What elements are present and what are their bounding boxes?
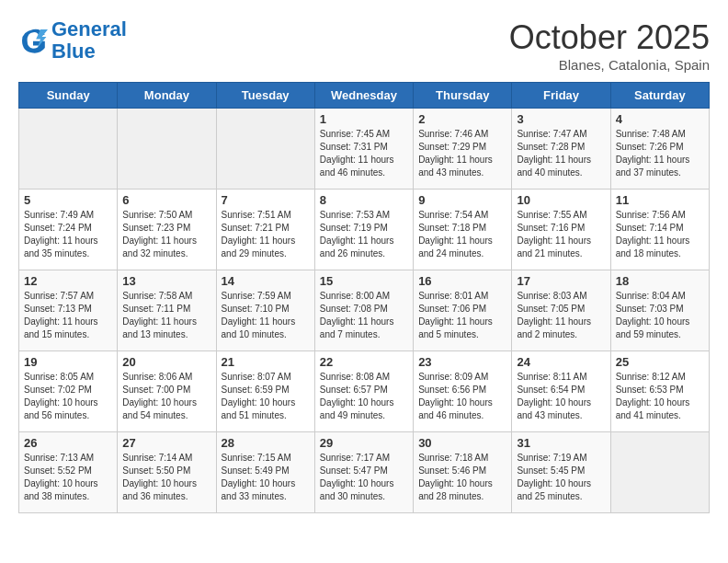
day-number: 30 xyxy=(418,436,506,450)
calendar-cell: 5Sunrise: 7:49 AM Sunset: 7:24 PM Daylig… xyxy=(19,190,118,270)
day-info: Sunrise: 7:51 AM Sunset: 7:21 PM Dayligh… xyxy=(222,209,310,260)
calendar-table: Sunday Monday Tuesday Wednesday Thursday… xyxy=(18,82,710,513)
day-info: Sunrise: 7:54 AM Sunset: 7:18 PM Dayligh… xyxy=(418,209,506,260)
calendar-week-1: 1Sunrise: 7:45 AM Sunset: 7:31 PM Daylig… xyxy=(19,109,710,190)
calendar-cell: 3Sunrise: 7:47 AM Sunset: 7:28 PM Daylig… xyxy=(512,109,610,190)
day-info: Sunrise: 7:48 AM Sunset: 7:26 PM Dayligh… xyxy=(616,128,704,179)
calendar-cell: 2Sunrise: 7:46 AM Sunset: 7:29 PM Daylig… xyxy=(414,109,512,190)
calendar-cell: 24Sunrise: 8:11 AM Sunset: 6:54 PM Dayli… xyxy=(512,351,610,432)
calendar-cell: 14Sunrise: 7:59 AM Sunset: 7:10 PM Dayli… xyxy=(216,270,314,351)
day-info: Sunrise: 8:05 AM Sunset: 7:02 PM Dayligh… xyxy=(24,371,112,422)
day-number: 1 xyxy=(320,112,408,126)
calendar-cell xyxy=(216,109,314,190)
calendar-cell: 31Sunrise: 7:19 AM Sunset: 5:45 PM Dayli… xyxy=(512,432,610,513)
day-number: 5 xyxy=(24,193,112,207)
calendar-week-3: 12Sunrise: 7:57 AM Sunset: 7:13 PM Dayli… xyxy=(19,270,710,351)
day-number: 19 xyxy=(24,355,112,369)
calendar-cell: 28Sunrise: 7:15 AM Sunset: 5:49 PM Dayli… xyxy=(216,432,314,513)
calendar-cell: 30Sunrise: 7:18 AM Sunset: 5:46 PM Dayli… xyxy=(414,432,512,513)
calendar-cell: 1Sunrise: 7:45 AM Sunset: 7:31 PM Daylig… xyxy=(314,109,413,190)
day-number: 13 xyxy=(122,274,210,288)
calendar-cell: 10Sunrise: 7:55 AM Sunset: 7:16 PM Dayli… xyxy=(512,190,610,270)
day-info: Sunrise: 7:59 AM Sunset: 7:10 PM Dayligh… xyxy=(222,290,310,341)
header-row: Sunday Monday Tuesday Wednesday Thursday… xyxy=(19,83,710,109)
day-number: 17 xyxy=(517,274,605,288)
month-title: October 2025 xyxy=(509,18,710,57)
day-info: Sunrise: 7:57 AM Sunset: 7:13 PM Dayligh… xyxy=(24,290,112,341)
day-info: Sunrise: 7:58 AM Sunset: 7:11 PM Dayligh… xyxy=(122,290,210,341)
calendar-cell: 19Sunrise: 8:05 AM Sunset: 7:02 PM Dayli… xyxy=(19,351,118,432)
day-number: 16 xyxy=(418,274,506,288)
calendar-cell: 13Sunrise: 7:58 AM Sunset: 7:11 PM Dayli… xyxy=(118,270,216,351)
calendar-week-4: 19Sunrise: 8:05 AM Sunset: 7:02 PM Dayli… xyxy=(19,351,710,432)
day-number: 8 xyxy=(320,193,408,207)
day-number: 10 xyxy=(517,193,605,207)
day-info: Sunrise: 8:11 AM Sunset: 6:54 PM Dayligh… xyxy=(517,371,605,422)
day-info: Sunrise: 7:18 AM Sunset: 5:46 PM Dayligh… xyxy=(418,452,506,503)
day-number: 20 xyxy=(122,355,210,369)
header-thursday: Thursday xyxy=(414,83,512,109)
day-info: Sunrise: 8:07 AM Sunset: 6:59 PM Dayligh… xyxy=(222,371,310,422)
title-block: October 2025 Blanes, Catalonia, Spain xyxy=(509,18,710,73)
calendar-cell: 29Sunrise: 7:17 AM Sunset: 5:47 PM Dayli… xyxy=(314,432,413,513)
calendar-cell: 20Sunrise: 8:06 AM Sunset: 7:00 PM Dayli… xyxy=(118,351,216,432)
calendar-cell xyxy=(19,109,118,190)
calendar-cell: 7Sunrise: 7:51 AM Sunset: 7:21 PM Daylig… xyxy=(216,190,314,270)
day-info: Sunrise: 7:53 AM Sunset: 7:19 PM Dayligh… xyxy=(320,209,408,260)
calendar-cell: 9Sunrise: 7:54 AM Sunset: 7:18 PM Daylig… xyxy=(414,190,512,270)
calendar-cell: 22Sunrise: 8:08 AM Sunset: 6:57 PM Dayli… xyxy=(314,351,413,432)
calendar-cell: 12Sunrise: 7:57 AM Sunset: 7:13 PM Dayli… xyxy=(19,270,118,351)
logo-icon xyxy=(18,26,48,55)
calendar-cell: 17Sunrise: 8:03 AM Sunset: 7:05 PM Dayli… xyxy=(512,270,610,351)
day-info: Sunrise: 7:19 AM Sunset: 5:45 PM Dayligh… xyxy=(517,452,605,503)
day-info: Sunrise: 7:49 AM Sunset: 7:24 PM Dayligh… xyxy=(24,209,112,260)
header-wednesday: Wednesday xyxy=(314,83,413,109)
day-info: Sunrise: 7:47 AM Sunset: 7:28 PM Dayligh… xyxy=(517,128,605,179)
day-number: 14 xyxy=(222,274,310,288)
day-info: Sunrise: 8:09 AM Sunset: 6:56 PM Dayligh… xyxy=(418,371,506,422)
day-number: 15 xyxy=(320,274,408,288)
location-subtitle: Blanes, Catalonia, Spain xyxy=(509,57,710,73)
calendar-week-5: 26Sunrise: 7:13 AM Sunset: 5:52 PM Dayli… xyxy=(19,432,710,513)
day-number: 27 xyxy=(122,436,210,450)
day-number: 26 xyxy=(24,436,112,450)
day-number: 7 xyxy=(222,193,310,207)
calendar-cell: 26Sunrise: 7:13 AM Sunset: 5:52 PM Dayli… xyxy=(19,432,118,513)
day-info: Sunrise: 7:13 AM Sunset: 5:52 PM Dayligh… xyxy=(24,452,112,503)
day-number: 11 xyxy=(616,193,704,207)
logo-line2: Blue xyxy=(51,40,96,63)
calendar-cell: 21Sunrise: 8:07 AM Sunset: 6:59 PM Dayli… xyxy=(216,351,314,432)
day-number: 2 xyxy=(418,112,506,126)
day-number: 6 xyxy=(122,193,210,207)
day-info: Sunrise: 7:45 AM Sunset: 7:31 PM Dayligh… xyxy=(320,128,408,179)
calendar-cell xyxy=(118,109,216,190)
page-header: General Blue October 2025 Blanes, Catalo… xyxy=(18,18,710,73)
calendar-cell: 25Sunrise: 8:12 AM Sunset: 6:53 PM Dayli… xyxy=(610,351,709,432)
header-tuesday: Tuesday xyxy=(216,83,314,109)
day-info: Sunrise: 7:55 AM Sunset: 7:16 PM Dayligh… xyxy=(517,209,605,260)
day-number: 29 xyxy=(320,436,408,450)
day-info: Sunrise: 8:04 AM Sunset: 7:03 PM Dayligh… xyxy=(616,290,704,341)
day-info: Sunrise: 7:46 AM Sunset: 7:29 PM Dayligh… xyxy=(418,128,506,179)
calendar-cell: 6Sunrise: 7:50 AM Sunset: 7:23 PM Daylig… xyxy=(118,190,216,270)
day-info: Sunrise: 8:06 AM Sunset: 7:00 PM Dayligh… xyxy=(122,371,210,422)
header-saturday: Saturday xyxy=(610,83,709,109)
calendar-cell: 23Sunrise: 8:09 AM Sunset: 6:56 PM Dayli… xyxy=(414,351,512,432)
day-number: 4 xyxy=(616,112,704,126)
day-number: 3 xyxy=(517,112,605,126)
day-info: Sunrise: 7:50 AM Sunset: 7:23 PM Dayligh… xyxy=(122,209,210,260)
day-number: 28 xyxy=(222,436,310,450)
day-info: Sunrise: 8:08 AM Sunset: 6:57 PM Dayligh… xyxy=(320,371,408,422)
calendar-week-2: 5Sunrise: 7:49 AM Sunset: 7:24 PM Daylig… xyxy=(19,190,710,270)
day-info: Sunrise: 7:56 AM Sunset: 7:14 PM Dayligh… xyxy=(616,209,704,260)
logo-line1: General xyxy=(51,17,127,40)
day-number: 12 xyxy=(24,274,112,288)
calendar-cell: 11Sunrise: 7:56 AM Sunset: 7:14 PM Dayli… xyxy=(610,190,709,270)
header-sunday: Sunday xyxy=(19,83,118,109)
day-number: 22 xyxy=(320,355,408,369)
day-info: Sunrise: 8:01 AM Sunset: 7:06 PM Dayligh… xyxy=(418,290,506,341)
day-number: 18 xyxy=(616,274,704,288)
day-number: 21 xyxy=(222,355,310,369)
day-number: 9 xyxy=(418,193,506,207)
day-info: Sunrise: 7:17 AM Sunset: 5:47 PM Dayligh… xyxy=(320,452,408,503)
